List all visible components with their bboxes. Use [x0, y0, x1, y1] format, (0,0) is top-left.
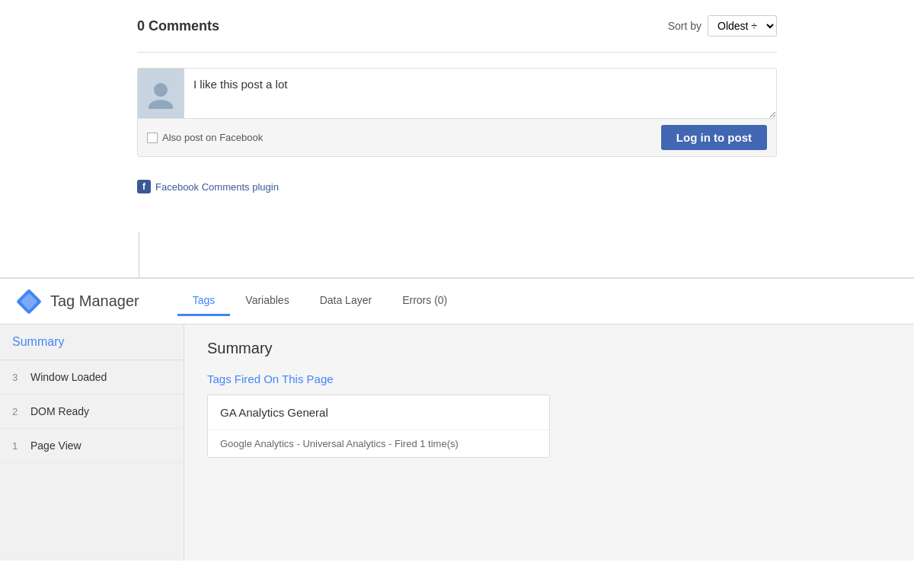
sort-by-container: Sort by Oldest ÷ Newest [668, 15, 777, 37]
comments-divider [137, 52, 777, 53]
sidebar-item-number-1: 3 [12, 372, 21, 383]
tm-title: Tag Manager [50, 292, 139, 310]
tm-logo: Tag Manager [15, 288, 139, 315]
tm-tag-card[interactable]: GA Analytics General Google Analytics - … [207, 395, 550, 458]
vertical-divider [139, 232, 139, 277]
avatar-icon [145, 78, 176, 109]
comment-textarea[interactable]: I like this post a lot [184, 69, 776, 118]
fb-checkbox[interactable] [147, 133, 158, 143]
tm-tag-detail: Google Analytics - Universal Analytics -… [208, 430, 549, 457]
tab-data-layer[interactable]: Data Layer [305, 286, 387, 316]
tm-section-title: Tags Fired On This Page [207, 372, 891, 385]
sidebar-item-window-loaded[interactable]: 3 Window Loaded [0, 360, 184, 395]
tab-variables[interactable]: Variables [230, 286, 304, 316]
tm-body: Summary 3 Window Loaded 2 DOM Ready 1 Pa… [0, 324, 914, 561]
svg-point-0 [154, 83, 168, 97]
comment-input-row: I like this post a lot [138, 69, 776, 118]
tag-manager-panel: Tag Manager Tags Variables Data Layer Er… [0, 277, 914, 561]
fb-plugin-link: f Facebook Comments plugin [137, 180, 777, 193]
tm-main: Summary Tags Fired On This Page GA Analy… [184, 324, 914, 561]
fb-plugin-anchor[interactable]: Facebook Comments plugin [155, 181, 279, 193]
tm-sidebar: Summary 3 Window Loaded 2 DOM Ready 1 Pa… [0, 324, 184, 561]
sidebar-item-dom-ready[interactable]: 2 DOM Ready [0, 395, 184, 429]
avatar [138, 69, 184, 118]
tm-tag-name: GA Analytics General [208, 395, 549, 430]
comments-section: 0 Comments Sort by Oldest ÷ Newest I lik… [0, 0, 914, 232]
sidebar-item-label-2: DOM Ready [30, 405, 89, 417]
svg-point-1 [149, 100, 173, 109]
sidebar-item-number-2: 2 [12, 406, 21, 417]
sort-by-label: Sort by [668, 20, 701, 32]
comments-header: 0 Comments Sort by Oldest ÷ Newest [137, 15, 777, 37]
sidebar-item-label-1: Window Loaded [30, 371, 107, 383]
fb-checkbox-area: Also post on Facebook [147, 132, 263, 143]
comment-input-area: I like this post a lot Also post on Face… [137, 68, 777, 157]
tm-header: Tag Manager Tags Variables Data Layer Er… [0, 279, 914, 324]
sidebar-item-label-3: Page View [30, 439, 81, 452]
sidebar-item-number-3: 1 [12, 440, 21, 452]
facebook-icon: f [137, 180, 151, 193]
sidebar-item-page-view[interactable]: 1 Page View [0, 429, 184, 463]
login-button[interactable]: Log in to post [661, 125, 767, 150]
tm-diamond-icon [15, 288, 43, 315]
sort-select[interactable]: Oldest ÷ Newest [708, 15, 777, 37]
tab-errors[interactable]: Errors (0) [387, 286, 462, 316]
tm-main-title: Summary [207, 340, 891, 357]
sidebar-summary[interactable]: Summary [0, 324, 184, 360]
tm-tabs: Tags Variables Data Layer Errors (0) [177, 286, 463, 316]
tab-tags[interactable]: Tags [177, 286, 231, 316]
comments-count: 0 Comments [137, 18, 219, 34]
comment-footer: Also post on Facebook Log in to post [138, 118, 776, 156]
also-post-label: Also post on Facebook [162, 132, 263, 143]
